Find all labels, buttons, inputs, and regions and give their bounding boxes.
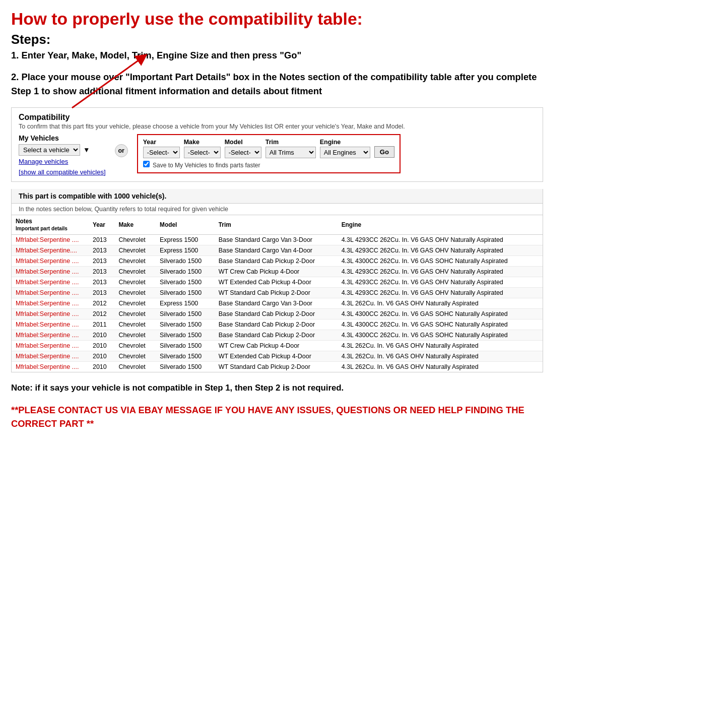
cell-trim: Base Standard Cab Pickup 2-Door xyxy=(215,308,338,319)
cell-engine: 4.3L 4293CC 262Cu. In. V6 GAS OHV Natura… xyxy=(338,266,543,277)
cell-make: Chevrolet xyxy=(114,256,156,266)
steps-heading: Steps: xyxy=(11,32,543,47)
step1-text: 1. Enter Year, Make, Model, Trim, Engine… xyxy=(11,50,543,61)
cell-trim: WT Crew Cab Pickup 4-Door xyxy=(215,266,338,277)
cell-model: Express 1500 xyxy=(156,298,215,308)
cell-year: 2013 xyxy=(89,234,114,245)
cell-year: 2013 xyxy=(89,287,114,298)
cell-notes: Mfrlabel:Serpentine .... xyxy=(12,319,89,330)
table-row: Mfrlabel:Serpentine ....2011ChevroletSil… xyxy=(12,319,543,330)
cell-notes: Mfrlabel:Serpentine .... xyxy=(12,277,89,287)
table-row: Mfrlabel:Serpentine ....2012ChevroletExp… xyxy=(12,298,543,308)
model-label: Model xyxy=(225,139,261,146)
step2-text: 2. Place your mouse over "Important Part… xyxy=(11,70,543,98)
compat-tbody: Mfrlabel:Serpentine ....2013ChevroletExp… xyxy=(12,234,543,372)
make-field: Make -Select- xyxy=(184,139,221,158)
cell-model: Silverado 1500 xyxy=(156,266,215,277)
cell-notes: Mfrlabel:Serpentine .... xyxy=(12,298,89,308)
compat-title: Compatibility xyxy=(19,113,536,122)
cell-engine: 4.3L 262Cu. In. V6 GAS OHV Naturally Asp… xyxy=(338,298,543,308)
model-field: Model -Select- xyxy=(225,139,261,158)
show-all-link[interactable]: [show all compatible vehicles] xyxy=(19,168,106,176)
model-select[interactable]: -Select- xyxy=(225,147,261,158)
manage-vehicles-link[interactable]: Manage vehicles xyxy=(19,158,106,165)
cell-year: 2010 xyxy=(89,330,114,340)
col-engine: Engine xyxy=(338,215,543,235)
cell-make: Chevrolet xyxy=(114,308,156,319)
compat-info-bar: This part is compatible with 1000 vehicl… xyxy=(11,189,543,204)
year-label: Year xyxy=(143,139,180,146)
cell-engine: 4.3L 262Cu. In. V6 GAS OHV Naturally Asp… xyxy=(338,340,543,351)
col-year: Year xyxy=(89,215,114,235)
ymm-row: Year -Select- Make -Select- Model -Selec… xyxy=(143,139,394,158)
my-vehicles-label: My Vehicles xyxy=(19,134,106,142)
cell-model: Express 1500 xyxy=(156,234,215,245)
make-select[interactable]: -Select- xyxy=(184,147,221,158)
year-make-section: Year -Select- Make -Select- Model -Selec… xyxy=(137,134,401,173)
cell-notes: Mfrlabel:Serpentine .... xyxy=(12,340,89,351)
trim-label: Trim xyxy=(266,139,316,146)
table-row: Mfrlabel:Serpentine ....2012ChevroletSil… xyxy=(12,308,543,319)
col-make: Make xyxy=(114,215,156,235)
engine-field: Engine All Engines xyxy=(320,139,370,158)
cell-make: Chevrolet xyxy=(114,245,156,256)
table-row: Mfrlabel:Serpentine....2013ChevroletExpr… xyxy=(12,245,543,256)
cell-model: Silverado 1500 xyxy=(156,330,215,340)
save-label[interactable]: Save to My Vehicles to finds parts faste… xyxy=(143,162,260,169)
cell-engine: 4.3L 4300CC 262Cu. In. V6 GAS SOHC Natur… xyxy=(338,256,543,266)
col-notes: Notes Important part details xyxy=(12,215,89,235)
table-row: Mfrlabel:Serpentine ....2010ChevroletSil… xyxy=(12,340,543,351)
cell-trim: Base Standard Cab Pickup 2-Door xyxy=(215,256,338,266)
note-bottom: Note: if it says your vehicle is not com… xyxy=(11,381,543,394)
col-trim: Trim xyxy=(215,215,338,235)
vehicle-select[interactable]: Select a vehicle xyxy=(19,144,80,156)
cell-year: 2010 xyxy=(89,361,114,372)
compat-controls: My Vehicles Select a vehicle ▼ Manage ve… xyxy=(19,134,536,176)
cell-year: 2013 xyxy=(89,266,114,277)
cell-trim: Base Standard Cab Pickup 2-Door xyxy=(215,330,338,340)
save-checkbox[interactable] xyxy=(143,161,150,167)
cell-notes: Mfrlabel:Serpentine .... xyxy=(12,361,89,372)
cell-model: Silverado 1500 xyxy=(156,340,215,351)
cell-trim: Base Standard Cargo Van 3-Door xyxy=(215,298,338,308)
main-title: How to properly use the compatibility ta… xyxy=(11,9,543,29)
cell-make: Chevrolet xyxy=(114,330,156,340)
cell-notes: Mfrlabel:Serpentine .... xyxy=(12,351,89,361)
engine-select[interactable]: All Engines xyxy=(320,147,370,158)
cell-trim: WT Extended Cab Pickup 4-Door xyxy=(215,351,338,361)
compatibility-box: Compatibility To confirm that this part … xyxy=(11,107,543,182)
cell-trim: Base Standard Cargo Van 4-Door xyxy=(215,245,338,256)
cell-year: 2012 xyxy=(89,298,114,308)
cell-engine: 4.3L 4300CC 262Cu. In. V6 GAS SOHC Natur… xyxy=(338,330,543,340)
year-select[interactable]: -Select- xyxy=(143,147,180,158)
cell-year: 2011 xyxy=(89,319,114,330)
cell-notes: Mfrlabel:Serpentine .... xyxy=(12,256,89,266)
cell-model: Express 1500 xyxy=(156,245,215,256)
cell-make: Chevrolet xyxy=(114,351,156,361)
save-row: Save to My Vehicles to finds parts faste… xyxy=(143,161,394,169)
cell-engine: 4.3L 262Cu. In. V6 GAS OHV Naturally Asp… xyxy=(338,361,543,372)
cell-year: 2013 xyxy=(89,277,114,287)
cell-engine: 4.3L 4293CC 262Cu. In. V6 GAS OHV Natura… xyxy=(338,234,543,245)
cell-year: 2013 xyxy=(89,245,114,256)
cell-trim: WT Standard Cab Pickup 2-Door xyxy=(215,287,338,298)
cell-notes: Mfrlabel:Serpentine .... xyxy=(12,234,89,245)
trim-select[interactable]: All Trims xyxy=(266,147,316,158)
cell-engine: 4.3L 4293CC 262Cu. In. V6 GAS OHV Natura… xyxy=(338,245,543,256)
compat-note: In the notes section below, Quantity ref… xyxy=(11,204,543,215)
table-row: Mfrlabel:Serpentine ....2013ChevroletSil… xyxy=(12,266,543,277)
cell-make: Chevrolet xyxy=(114,361,156,372)
cell-make: Chevrolet xyxy=(114,340,156,351)
or-circle: or xyxy=(115,144,128,157)
cell-year: 2013 xyxy=(89,256,114,266)
cell-trim: WT Crew Cab Pickup 4-Door xyxy=(215,340,338,351)
table-row: Mfrlabel:Serpentine ....2013ChevroletExp… xyxy=(12,234,543,245)
cell-model: Silverado 1500 xyxy=(156,277,215,287)
notes-subheader: Important part details xyxy=(16,226,68,231)
my-vehicles-section: My Vehicles Select a vehicle ▼ Manage ve… xyxy=(19,134,106,176)
vehicle-select-row: Select a vehicle ▼ xyxy=(19,144,106,156)
col-model: Model xyxy=(156,215,215,235)
go-button[interactable]: Go xyxy=(374,146,394,158)
table-row: Mfrlabel:Serpentine ....2010ChevroletSil… xyxy=(12,330,543,340)
compat-subtitle: To confirm that this part fits your vehi… xyxy=(19,123,536,130)
